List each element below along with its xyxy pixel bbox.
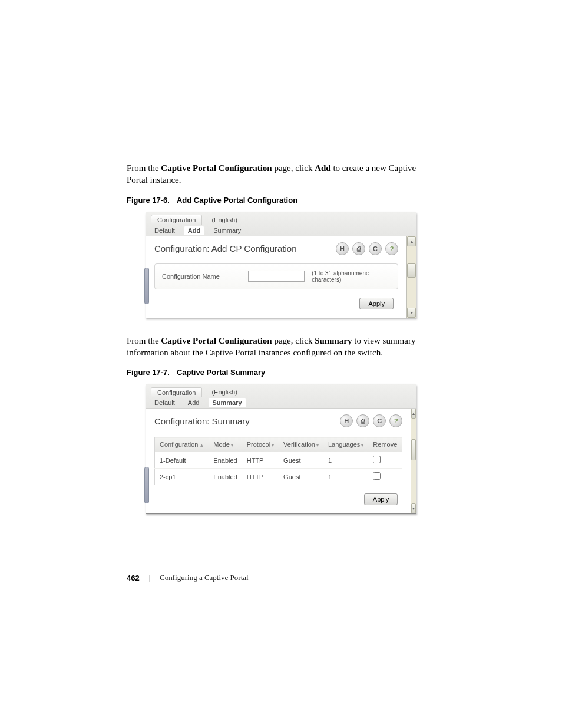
- table-row: 2-cp1 Enabled HTTP Guest 1: [155, 469, 402, 485]
- text-bold: Captive Portal Configuration: [161, 336, 272, 345]
- figure-title: Captive Portal Summary: [177, 368, 265, 377]
- figure-caption-1: Figure 17-6.Add Captive Portal Configura…: [127, 196, 435, 205]
- configuration-name-input[interactable]: [248, 271, 305, 282]
- remove-checkbox[interactable]: [373, 472, 381, 480]
- text: page, click: [272, 336, 315, 345]
- sort-icon: ▾: [361, 443, 363, 448]
- cell-mode: Enabled: [209, 469, 242, 485]
- subtab-summary[interactable]: Summary: [210, 226, 244, 235]
- sort-icon: ▾: [272, 443, 274, 448]
- table-header-row: Configuration▲ Mode▾ Protocol▾ Verificat…: [155, 437, 402, 452]
- scrollbar[interactable]: ▴ ▾: [406, 236, 416, 318]
- cell-protocol: HTTP: [242, 452, 279, 469]
- refresh-icon[interactable]: C: [373, 414, 386, 427]
- col-protocol[interactable]: Protocol▾: [242, 437, 279, 452]
- refresh-icon[interactable]: C: [369, 242, 382, 255]
- scrollbar[interactable]: ▴ ▾: [411, 409, 416, 513]
- form-row: Configuration Name (1 to 31 alphanumeric…: [154, 263, 398, 289]
- configuration-name-label: Configuration Name: [162, 273, 241, 280]
- figure-number: Figure 17-7.: [127, 368, 170, 377]
- subtab-add[interactable]: Add: [184, 226, 204, 235]
- tab-configuration[interactable]: Configuration: [151, 387, 202, 397]
- col-remove: Remove: [368, 437, 402, 452]
- subtab-summary[interactable]: Summary: [209, 398, 245, 407]
- scroll-thumb[interactable]: [407, 263, 416, 278]
- text: page, click: [272, 163, 315, 173]
- subtab-add[interactable]: Add: [184, 398, 203, 407]
- apply-button[interactable]: Apply: [364, 493, 398, 505]
- save-icon[interactable]: H: [340, 414, 353, 427]
- cell-configuration: 1-Default: [155, 452, 209, 469]
- col-configuration[interactable]: Configuration▲: [155, 437, 209, 452]
- summary-table: Configuration▲ Mode▾ Protocol▾ Verificat…: [154, 437, 402, 485]
- figure-title: Add Captive Portal Configuration: [177, 196, 297, 205]
- cell-languages: 1: [323, 452, 368, 469]
- paragraph-1: From the Captive Portal Configuration pa…: [127, 162, 435, 186]
- panel-title: Configuration: Add CP Configuration: [154, 243, 297, 253]
- screenshot-summary: Configuration (English) Default Add Summ…: [146, 384, 416, 514]
- chapter-title: Configuring a Captive Portal: [160, 573, 249, 582]
- panel-handle-icon[interactable]: [144, 268, 149, 304]
- footer-separator: |: [149, 574, 150, 582]
- print-icon[interactable]: ⎙: [352, 242, 365, 255]
- table-row: 1-Default Enabled HTTP Guest 1: [155, 452, 402, 469]
- cell-configuration: 2-cp1: [155, 469, 209, 485]
- configuration-name-hint: (1 to 31 alphanumeric characters): [312, 270, 391, 283]
- tab-english[interactable]: (English): [208, 215, 240, 225]
- cell-mode: Enabled: [209, 452, 242, 469]
- sort-icon: ▾: [316, 443, 319, 448]
- page-number: 462: [127, 574, 140, 582]
- scroll-down-icon[interactable]: ▾: [411, 503, 416, 513]
- text-bold: Add: [315, 163, 331, 173]
- screenshot-add-cp: Configuration (English) Default Add Summ…: [146, 212, 416, 318]
- figure-number: Figure 17-6.: [127, 196, 170, 205]
- scroll-thumb[interactable]: [411, 439, 416, 461]
- remove-checkbox[interactable]: [373, 456, 381, 463]
- text: From the: [127, 163, 161, 173]
- subtab-default[interactable]: Default: [151, 398, 178, 407]
- panel-title: Configuration: Summary: [154, 416, 250, 426]
- text-bold: Summary: [315, 336, 352, 345]
- figure-caption-2: Figure 17-7.Captive Portal Summary: [127, 368, 435, 377]
- save-icon[interactable]: H: [336, 242, 349, 255]
- col-verification[interactable]: Verification▾: [279, 437, 323, 452]
- help-icon[interactable]: ?: [385, 242, 398, 255]
- col-languages[interactable]: Languages▾: [323, 437, 368, 452]
- subtab-default[interactable]: Default: [151, 226, 178, 235]
- col-mode[interactable]: Mode▾: [209, 437, 242, 452]
- cell-protocol: HTTP: [242, 469, 279, 485]
- sort-asc-icon: ▲: [199, 443, 204, 448]
- paragraph-2: From the Captive Portal Configuration pa…: [127, 335, 435, 359]
- scroll-down-icon[interactable]: ▾: [407, 308, 416, 318]
- tab-bar: Configuration (English) Default Add Summ…: [146, 384, 416, 409]
- panel-handle-icon[interactable]: [144, 467, 149, 503]
- scroll-up-icon[interactable]: ▴: [407, 236, 416, 246]
- text-bold: Captive Portal Configuration: [161, 163, 272, 173]
- tab-english[interactable]: (English): [208, 387, 240, 397]
- scroll-up-icon[interactable]: ▴: [411, 409, 416, 419]
- help-icon[interactable]: ?: [389, 414, 402, 427]
- tab-bar: Configuration (English) Default Add Summ…: [146, 212, 416, 236]
- cell-languages: 1: [323, 469, 368, 485]
- apply-button[interactable]: Apply: [359, 298, 394, 309]
- cell-verification: Guest: [279, 469, 323, 485]
- sort-icon: ▾: [231, 443, 233, 448]
- cell-verification: Guest: [279, 452, 323, 469]
- text: From the: [127, 336, 161, 345]
- page-footer: 462 | Configuring a Captive Portal: [127, 573, 435, 582]
- tab-configuration[interactable]: Configuration: [151, 215, 202, 225]
- print-icon[interactable]: ⎙: [356, 414, 369, 427]
